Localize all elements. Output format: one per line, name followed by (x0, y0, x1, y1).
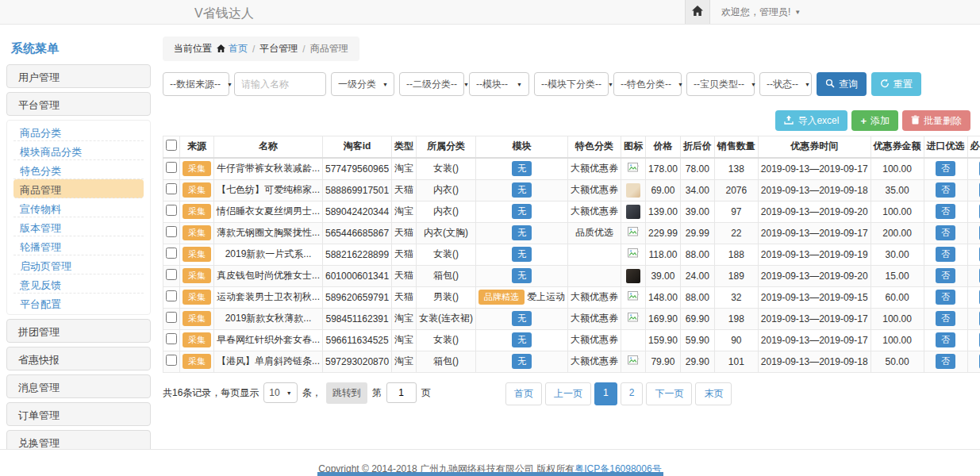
add-button[interactable]: + 添加 (851, 110, 898, 131)
table-header-cell: 进口优选 (924, 136, 967, 158)
sidebar-item[interactable]: 特色分类 (13, 160, 144, 179)
row-checkbox[interactable] (166, 248, 177, 259)
discount-price-cell: 39.00 (680, 201, 714, 222)
taoke-id-cell: 565446685867 (323, 222, 392, 244)
import-select-toggle[interactable]: 否 (936, 268, 955, 283)
sidebar-item[interactable]: 启动页管理 (13, 255, 144, 274)
type-cell: 天猫 (392, 244, 417, 265)
import-select-toggle[interactable]: 否 (936, 225, 955, 240)
item-type-select[interactable]: --宝贝类型--▼ (686, 72, 755, 96)
row-checkbox[interactable] (166, 269, 177, 280)
sidebar-item[interactable]: 意见反馈 (13, 274, 144, 294)
import-select-toggle[interactable]: 否 (936, 247, 955, 262)
page-button[interactable]: 1 (594, 382, 617, 405)
coupon-amount-cell: 100.00 (870, 201, 924, 222)
module-sub-select[interactable]: --模块下分类--▼ (534, 72, 609, 96)
table-header-cell: 必买清单 (967, 136, 980, 158)
level2-category-select[interactable]: --二级分类--▼ (399, 72, 464, 96)
coupon-time-cell: 2019-09-13—2019-09-18 (758, 351, 870, 372)
sidebar-group[interactable]: 拼团管理 (6, 319, 151, 343)
row-select-cell (163, 265, 180, 286)
feature-category-cell: 大额优惠券 (568, 286, 621, 308)
import-select-toggle[interactable]: 否 (936, 311, 955, 326)
sidebar-item[interactable]: 轮播管理 (13, 236, 144, 255)
type-cell: 淘宝 (392, 201, 417, 222)
module-cell: 无 (476, 201, 568, 222)
page-button[interactable]: 下一页 (646, 382, 692, 405)
sidebar-group[interactable]: 平台管理 (6, 92, 151, 116)
module-badge: 无 (512, 311, 532, 326)
user-menu[interactable]: 欢迎您，管理员! ▼ (710, 0, 980, 24)
row-checkbox[interactable] (166, 333, 177, 344)
module-select[interactable]: --模块--▼ (469, 72, 529, 96)
page-button[interactable]: 末页 (695, 382, 732, 405)
table-row: 采集情侣睡衣女夏丝绸男士...589042420344淘宝内衣()无大额优惠券1… (163, 201, 980, 222)
level1-category-select[interactable]: 一级分类▼ (331, 72, 394, 96)
row-checkbox[interactable] (166, 355, 177, 366)
icon-cell (621, 265, 646, 286)
taoke-id-cell: 589620659791 (323, 286, 392, 308)
discount-price-cell: 59.90 (680, 329, 714, 351)
import-select-toggle[interactable]: 否 (936, 161, 955, 176)
main-content: 当前位置 首页 / 平台管理 / 商品管理 --数据来源--▼ 一级分类▼ --… (163, 33, 970, 408)
jump-button[interactable]: 跳转到 (326, 382, 367, 404)
sidebar-item[interactable]: 版本管理 (13, 217, 144, 236)
home-button[interactable] (685, 0, 710, 24)
breadcrumb-home-link[interactable]: 首页 (217, 42, 248, 56)
page-button[interactable]: 首页 (505, 382, 542, 405)
sidebar-item[interactable]: 模块商品分类 (13, 141, 144, 160)
sidebar-group[interactable]: 省惠快报 (6, 347, 151, 370)
row-checkbox[interactable] (166, 205, 177, 216)
breadcrumb-item: 平台管理 (259, 42, 298, 56)
data-source-select[interactable]: --数据来源--▼ (163, 72, 229, 96)
coupon-amount-cell: 30.00 (870, 244, 924, 265)
row-select-cell (163, 201, 180, 222)
type-cell: 天猫 (392, 222, 417, 244)
page-button[interactable]: 上一页 (545, 382, 591, 405)
row-checkbox[interactable] (166, 290, 177, 301)
sidebar-group[interactable]: 兑换管理 (6, 430, 151, 451)
taoke-id-cell: 588216228899 (323, 244, 392, 265)
sidebar-item[interactable]: 平台配置 (13, 294, 144, 313)
jump-suffix: 页 (421, 386, 431, 400)
product-name-cell: 牛仔背带裤女秋装减龄... (214, 158, 323, 180)
batch-delete-button[interactable]: 批量删除 (902, 110, 970, 131)
sidebar-item[interactable]: 商品管理 (13, 179, 144, 198)
sidebar-group[interactable]: 订单管理 (6, 402, 151, 426)
feature-category-cell: 大额优惠券 (568, 351, 621, 372)
import-select-toggle[interactable]: 否 (936, 354, 955, 369)
import-excel-button[interactable]: 导入excel (775, 110, 847, 131)
sidebar-item[interactable]: 宣传物料 (13, 198, 144, 217)
table-row: 采集牛仔背带裤女秋装减龄...577479560965淘宝女装()无大额优惠券1… (163, 158, 980, 180)
module-badge: 无 (512, 332, 532, 347)
sidebar-item[interactable]: 商品分类 (13, 122, 144, 141)
sidebar-group[interactable]: 用户管理 (6, 64, 151, 88)
product-name-cell: 【七色纺】可爱纯棉家... (214, 179, 323, 201)
reset-button[interactable]: 重置 (871, 72, 921, 96)
name-search-input[interactable] (234, 72, 326, 96)
discount-price-cell: 34.00 (680, 179, 714, 201)
module-badge: 无 (512, 161, 532, 176)
import-select-toggle[interactable]: 否 (936, 290, 955, 305)
per-page-select[interactable]: 10▼ (263, 382, 297, 403)
import-select-toggle[interactable]: 否 (936, 204, 955, 219)
import-select-toggle[interactable]: 否 (936, 182, 955, 198)
taoke-id-cell: 598451162391 (323, 308, 392, 329)
search-button[interactable]: 查询 (817, 72, 867, 96)
coupon-time-cell: 2019-09-13—2019-09-19 (758, 244, 870, 265)
table-header-cell: 优惠券时间 (758, 136, 870, 158)
row-checkbox[interactable] (166, 183, 177, 194)
page-button[interactable]: 2 (621, 382, 644, 405)
row-checkbox[interactable] (166, 312, 177, 323)
import-select-cell: 否 (924, 265, 967, 286)
row-checkbox[interactable] (166, 226, 177, 237)
select-all-checkbox[interactable] (166, 140, 177, 151)
status-select[interactable]: --状态--▼ (759, 72, 812, 96)
sidebar-group[interactable]: 消息管理 (6, 374, 151, 398)
row-checkbox[interactable] (166, 162, 177, 173)
import-select-toggle[interactable]: 否 (936, 332, 955, 347)
feature-category-select[interactable]: --特色分类--▼ (613, 72, 682, 96)
taoke-id-cell: 588869917501 (323, 179, 392, 201)
import-select-cell: 否 (924, 329, 967, 351)
jump-page-input[interactable] (386, 382, 417, 403)
